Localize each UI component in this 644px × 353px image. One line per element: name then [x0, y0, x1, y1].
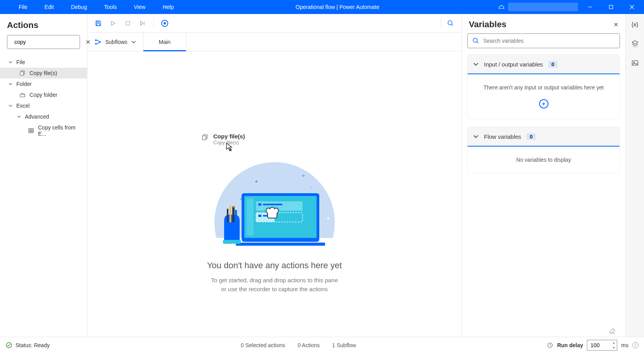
recorder-button[interactable] [158, 16, 172, 30]
info-icon[interactable]: i [632, 342, 639, 348]
actions-search[interactable]: ✕ [7, 35, 80, 49]
toolbar [87, 14, 461, 33]
svg-point-20 [95, 43, 96, 44]
svg-point-21 [99, 41, 101, 42]
stop-button[interactable] [121, 16, 135, 30]
actions-title: Actions [0, 14, 87, 35]
clear-variables-button[interactable] [467, 325, 620, 337]
flow-variables-label: Flow variables [484, 133, 521, 140]
svg-rect-43 [235, 210, 237, 222]
flow-search-button[interactable] [444, 16, 458, 30]
separator [153, 18, 154, 29]
delay-spin-down[interactable]: ▼ [611, 345, 617, 350]
svg-rect-31 [236, 243, 325, 246]
flow-variables-section: Flow variables 0 No variables to display [467, 127, 620, 173]
flow-variables-header[interactable]: Flow variables 0 [468, 127, 620, 147]
ms-label: ms [621, 342, 628, 348]
variables-title: Variables [469, 19, 506, 30]
step-button[interactable] [136, 16, 150, 30]
right-rail: {x} [625, 14, 644, 337]
variables-search-input[interactable] [483, 38, 615, 44]
run-button[interactable] [106, 16, 120, 30]
svg-line-18 [451, 24, 453, 26]
svg-rect-14 [97, 23, 100, 25]
status-bar: Status: Ready 0 Selected actions 0 Actio… [0, 337, 644, 353]
run-delay-label: Run delay [557, 342, 583, 348]
subflows-icon [94, 38, 101, 45]
tree-group-label: Folder [16, 81, 32, 87]
variables-search[interactable] [467, 33, 620, 48]
save-button[interactable] [91, 16, 105, 30]
tree-item-label: Copy cells from E... [38, 124, 80, 137]
svg-rect-38 [258, 215, 261, 217]
menu-debug[interactable]: Debug [68, 2, 90, 12]
svg-point-19 [95, 40, 96, 41]
status-selected-actions: 0 Selected actions [241, 342, 285, 348]
maximize-button[interactable] [602, 0, 620, 14]
copy-files-icon [19, 70, 26, 76]
tree-item-copy-folder[interactable]: Copy folder [0, 89, 87, 100]
user-account-box[interactable] [508, 3, 578, 11]
chevron-down-icon [131, 40, 136, 44]
subflows-button[interactable]: Subflows [87, 33, 143, 51]
svg-rect-15 [126, 21, 129, 25]
chevron-down-icon [9, 60, 12, 64]
empty-description: To get started, drag and drop actions to… [211, 276, 338, 294]
close-button[interactable] [623, 0, 641, 14]
tree-group-label: Advanced [25, 114, 49, 120]
delay-spin-up[interactable]: ▲ [611, 340, 617, 345]
svg-rect-41 [227, 209, 228, 222]
designer-panel: Subflows Main Copy file(s) Copy file(s) [87, 14, 461, 337]
copy-folder-icon [19, 92, 26, 98]
minimize-button[interactable] [581, 0, 599, 14]
close-panel-icon[interactable]: ✕ [613, 21, 618, 28]
empty-state: You don't have any actions here yet To g… [178, 160, 372, 294]
tree-group-file[interactable]: File [0, 57, 87, 68]
add-variable-button[interactable]: + [539, 99, 548, 108]
environment-icon [498, 3, 505, 10]
tree-group-folder[interactable]: Folder [0, 79, 87, 89]
svg-rect-40 [223, 240, 241, 244]
tree-group-excel[interactable]: Excel [0, 100, 87, 111]
dragged-action-title: Copy file(s) [213, 133, 245, 140]
empty-title: You don't have any actions here yet [207, 260, 342, 271]
status-ok-icon [5, 342, 12, 349]
svg-point-17 [448, 21, 452, 25]
menu-view[interactable]: View [131, 2, 149, 12]
variables-panel: Variables ✕ Input / output variables 0 T… [461, 14, 625, 337]
flow-count-badge: 0 [527, 133, 536, 140]
io-variables-section: Input / output variables 0 There aren't … [467, 54, 620, 119]
chevron-down-icon [473, 134, 479, 139]
status-subflows-count: 1 Subflow [332, 342, 356, 348]
svg-rect-42 [230, 206, 231, 222]
tab-main[interactable]: Main [143, 33, 186, 51]
io-variables-header[interactable]: Input / output variables 0 [468, 55, 620, 74]
tree-item-copy-files[interactable]: Copy file(s) [0, 68, 87, 79]
io-count-badge: 0 [548, 61, 557, 68]
excel-icon [28, 128, 34, 134]
cursor-icon [226, 142, 233, 152]
empty-illustration [212, 160, 337, 250]
menu-tools[interactable]: Tools [101, 2, 120, 12]
rail-images-icon[interactable] [630, 58, 640, 68]
svg-rect-33 [256, 201, 303, 211]
svg-rect-47 [632, 61, 638, 65]
rail-variables-icon[interactable]: {x} [630, 19, 640, 29]
tree-item-copy-cells[interactable]: Copy cells from E... [0, 122, 87, 139]
menu-file[interactable]: File [16, 2, 31, 12]
svg-point-44 [473, 38, 477, 42]
main-menu: File Edit Debug Tools View Help [0, 2, 177, 12]
tree-group-advanced[interactable]: Advanced [0, 111, 87, 122]
menu-edit[interactable]: Edit [42, 2, 57, 12]
tree-item-label: Copy file(s) [30, 70, 57, 76]
io-empty-text: There aren't any input or output variabl… [473, 84, 614, 91]
menu-help[interactable]: Help [160, 2, 177, 12]
actions-search-input[interactable] [14, 39, 82, 45]
chevron-down-icon [9, 104, 12, 108]
rail-ui-elements-icon[interactable] [630, 39, 640, 48]
title-bar: File Edit Debug Tools View Help Operatio… [0, 0, 644, 14]
dragged-action[interactable]: Copy file(s) Copy file(s) [202, 133, 245, 145]
copy-files-icon [202, 134, 209, 142]
chevron-down-icon [17, 115, 21, 119]
flow-canvas[interactable]: Copy file(s) Copy file(s) [87, 51, 461, 337]
